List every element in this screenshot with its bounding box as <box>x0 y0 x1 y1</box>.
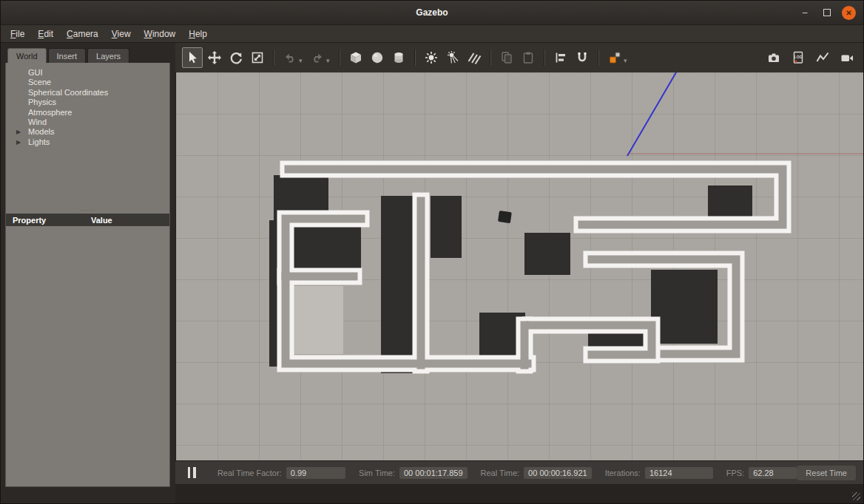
tree-item-gui[interactable]: GUI <box>6 68 169 78</box>
sphere-icon <box>370 50 385 65</box>
menu-bar: File Edit Camera View Window Help <box>1 25 863 43</box>
copy-button[interactable] <box>497 48 516 67</box>
insert-cylinder-button[interactable] <box>389 48 408 67</box>
translate-icon <box>207 50 222 65</box>
point-light-button[interactable] <box>422 48 441 67</box>
main-content: World Insert Layers GUI Scene Spherical … <box>1 43 863 503</box>
right-column: ▾ ▾ <box>175 43 863 503</box>
joint-icon <box>607 50 622 65</box>
translate-tool-button[interactable] <box>205 48 224 67</box>
log-recording-button[interactable]: LOG <box>789 48 808 67</box>
world-tree: GUI Scene Spherical Coordinates Physics … <box>6 63 169 205</box>
pause-icon <box>193 467 196 478</box>
insert-box-button[interactable] <box>346 48 365 67</box>
resize-grip[interactable] <box>852 492 860 500</box>
select-tool-button[interactable] <box>182 47 203 68</box>
window-controls: – ✕ <box>797 1 856 24</box>
property-table-header: Property Value <box>6 214 169 226</box>
tree-item-wind[interactable]: Wind <box>6 118 169 127</box>
menu-camera[interactable]: Camera <box>60 27 105 41</box>
menu-view[interactable]: View <box>105 27 138 41</box>
robot-model[interactable] <box>498 211 512 223</box>
iterations-label: Iterations: <box>605 469 641 477</box>
minimize-button[interactable]: – <box>797 5 812 20</box>
splitter-handle[interactable]: ····· <box>6 205 169 214</box>
plot-button[interactable] <box>813 48 832 67</box>
undo-dropdown-icon[interactable]: ▾ <box>299 57 306 64</box>
align-icon <box>553 50 568 65</box>
screenshot-button[interactable] <box>764 48 783 67</box>
main-toolbar: ▾ ▾ <box>175 43 863 72</box>
joint-dropdown-icon[interactable]: ▾ <box>624 57 630 64</box>
redo-button[interactable] <box>308 48 327 67</box>
screenshot-camera-icon <box>766 50 781 65</box>
iterations-value: 16124 <box>645 467 713 479</box>
maximize-icon <box>823 9 831 16</box>
tab-insert[interactable]: Insert <box>48 48 87 63</box>
joint-creation-button[interactable] <box>605 48 624 67</box>
cylinder-icon <box>391 50 406 65</box>
real-time-factor-value: 0.99 <box>286 467 345 479</box>
pause-icon <box>188 467 191 478</box>
tree-item-physics[interactable]: Physics <box>6 98 169 107</box>
box-icon <box>348 50 363 65</box>
toolbar-right-group: LOG <box>764 48 857 67</box>
reset-time-button[interactable]: Reset Time <box>797 466 856 480</box>
expander-icon[interactable]: ▶ <box>16 129 21 135</box>
maximize-button[interactable] <box>820 5 834 20</box>
value-column-header: Value <box>91 216 112 225</box>
tab-layers[interactable]: Layers <box>87 48 129 63</box>
spot-light-button[interactable] <box>443 48 462 67</box>
tree-item-atmosphere[interactable]: Atmosphere <box>6 108 169 118</box>
tree-item-scene[interactable]: Scene <box>6 78 169 87</box>
directional-light-button[interactable] <box>465 48 484 67</box>
real-time-factor-label: Real Time Factor: <box>217 469 282 477</box>
tree-item-lights[interactable]: ▶Lights <box>6 137 169 147</box>
record-video-button[interactable] <box>837 48 857 67</box>
svg-text:LOG: LOG <box>794 55 803 59</box>
fps-value: 62.28 <box>749 467 797 479</box>
simulation-status-bar: Real Time Factor: 0.99 Sim Time: 00 00:0… <box>175 460 863 484</box>
sim-time-label: Sim Time: <box>359 469 395 477</box>
menu-help[interactable]: Help <box>182 27 214 41</box>
redo-dropdown-icon[interactable]: ▾ <box>326 57 333 64</box>
point-light-icon <box>424 50 439 65</box>
expander-icon[interactable]: ▶ <box>16 139 21 146</box>
undo-icon <box>283 50 297 65</box>
menu-edit[interactable]: Edit <box>31 27 60 41</box>
insert-sphere-button[interactable] <box>368 48 387 67</box>
align-tool-button[interactable] <box>551 48 570 67</box>
tab-world[interactable]: World <box>7 48 47 63</box>
plot-icon <box>815 50 830 65</box>
maze-world <box>176 72 863 460</box>
world-panel: World Insert Layers GUI Scene Spherical … <box>5 47 170 487</box>
toolbar-separator <box>490 50 491 66</box>
property-table-body <box>6 226 169 486</box>
world-tree-panel: GUI Scene Spherical Coordinates Physics … <box>5 63 170 487</box>
rotate-tool-button[interactable] <box>226 48 246 67</box>
redo-icon <box>310 50 325 65</box>
menu-window[interactable]: Window <box>138 27 183 41</box>
video-camera-icon <box>840 50 854 65</box>
undo-button[interactable] <box>280 48 300 67</box>
snap-magnet-icon <box>575 50 590 65</box>
close-button[interactable]: ✕ <box>842 6 856 20</box>
viewport-3d[interactable] <box>175 72 863 460</box>
rotate-icon <box>229 50 243 65</box>
paste-button[interactable] <box>519 48 538 67</box>
window-title: Gazebo <box>416 7 448 18</box>
toolbar-separator <box>339 50 340 66</box>
property-column-header: Property <box>6 216 91 225</box>
tree-item-models[interactable]: ▶Models <box>6 127 169 137</box>
scale-icon <box>250 50 265 65</box>
minimize-icon: – <box>803 7 808 18</box>
real-time-value: 00 00:00:16.921 <box>524 467 592 479</box>
scale-tool-button[interactable] <box>248 48 267 67</box>
titlebar: Gazebo – ✕ <box>1 1 863 25</box>
tree-item-spherical-coordinates[interactable]: Spherical Coordinates <box>6 88 169 98</box>
toolbar-separator <box>273 50 274 66</box>
pause-button[interactable] <box>184 466 200 480</box>
snap-tool-button[interactable] <box>573 48 592 67</box>
paste-icon <box>521 50 536 65</box>
menu-file[interactable]: File <box>4 27 31 41</box>
